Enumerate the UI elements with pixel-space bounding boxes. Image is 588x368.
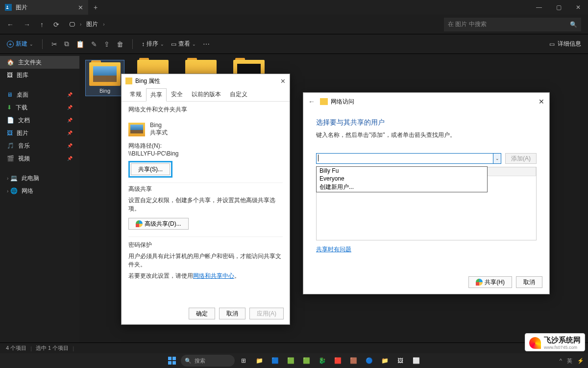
view-button[interactable]: ▭ 查看 ⌄ (171, 40, 196, 48)
system-tray[interactable]: ^ 英 ⚡ (560, 357, 584, 365)
search-icon: 🔍 (570, 21, 577, 28)
paste-icon[interactable]: 📋 (76, 40, 84, 48)
close-button[interactable]: ✕ (568, 0, 588, 15)
forward-icon[interactable]: → (24, 21, 30, 28)
folder-name-label: Bing (150, 122, 168, 129)
network-center-link[interactable]: 网络和共享中心 (193, 272, 234, 279)
troubleshoot-link[interactable]: 共享时有问题 (316, 245, 351, 254)
tab-customize[interactable]: 自定义 (225, 88, 252, 101)
new-button[interactable]: + 新建 ⌄ (7, 40, 33, 48)
watermark-logo-icon (529, 337, 541, 349)
taskbar-search[interactable]: 🔍 搜索 (181, 355, 235, 367)
network-icon: 🌐 (10, 187, 18, 194)
tab-close-icon[interactable]: ✕ (78, 4, 83, 11)
sidebar-item-pictures[interactable]: 🖼 图片 📌 (0, 127, 79, 139)
statusbar: 4 个项目 | 选中 1 个项目 | (0, 342, 588, 353)
tab-general[interactable]: 常规 (125, 88, 146, 101)
dropdown-option[interactable]: 创建新用户... (317, 183, 487, 192)
task-view-icon[interactable]: ⊞ (237, 355, 250, 367)
svg-rect-5 (172, 361, 176, 365)
tab-icon (5, 4, 12, 11)
copy-icon[interactable]: ⧉ (64, 40, 69, 48)
sort-button[interactable]: ↕ 排序 ⌄ (142, 40, 164, 48)
window-tab[interactable]: 图片 ✕ (0, 0, 88, 15)
app-icon[interactable]: 🐉 (315, 355, 329, 367)
tab-previous-versions[interactable]: 以前的版本 (187, 88, 225, 101)
sidebar-item-home[interactable]: 🏠 主文件夹 (0, 56, 79, 69)
pin-icon: 📌 (67, 131, 73, 135)
dropdown-option[interactable]: Billy Fu (317, 167, 487, 175)
maximize-button[interactable]: ▢ (549, 0, 568, 15)
app-icon[interactable]: 🖼 (393, 355, 407, 367)
apply-button[interactable]: 应用(A) (249, 308, 284, 319)
chevron-down-icon[interactable]: ⌄ (493, 154, 501, 163)
breadcrumb-item[interactable]: 图片 (86, 20, 98, 28)
back-icon[interactable]: ← (308, 98, 315, 105)
dialog-footer: 共享(H) 取消 (468, 276, 542, 288)
advanced-share-button[interactable]: 高级共享(D)... (128, 218, 189, 230)
ime-indicator[interactable]: 英 (567, 357, 572, 365)
chevron-up-icon[interactable]: ^ (560, 358, 562, 364)
minimize-button[interactable]: — (529, 0, 549, 15)
explorer-icon[interactable]: 📁 (252, 355, 266, 367)
share-button[interactable]: 共享(S)... (131, 163, 170, 175)
svg-rect-0 (6, 5, 11, 10)
delete-icon[interactable]: 🗑 (117, 40, 123, 48)
folder-icon (320, 98, 328, 105)
app-icon[interactable]: ⬜ (409, 355, 423, 367)
search-box[interactable]: 在 图片 中搜索 🔍 (444, 18, 581, 31)
tab-sharing[interactable]: 共享 (146, 88, 167, 102)
dropdown-option[interactable]: Everyone (317, 175, 487, 183)
sidebar-item-desktop[interactable]: 🖥 桌面 📌 (0, 88, 79, 101)
sidebar-item-gallery[interactable]: 🖼 图库 (0, 69, 79, 81)
close-icon[interactable]: ✕ (280, 78, 286, 85)
back-icon[interactable]: ← (7, 21, 14, 28)
more-icon[interactable]: ⋯ (203, 40, 210, 48)
app-icon[interactable]: 🟩 (299, 355, 313, 367)
app-icon[interactable]: 🟫 (346, 355, 360, 367)
share-button[interactable]: 共享(H) (468, 276, 512, 288)
sidebar-item-network[interactable]: › 🌐 网络 (0, 184, 79, 197)
sidebar-item-downloads[interactable]: ⬇ 下载 📌 (0, 101, 79, 114)
dialog-titlebar[interactable]: Bing 属性 ✕ (122, 74, 290, 88)
up-icon[interactable]: ↑ (40, 21, 44, 28)
svg-rect-3 (172, 357, 176, 360)
cut-icon[interactable]: ✂ (51, 40, 57, 48)
cancel-button[interactable]: 取消 (219, 308, 245, 319)
dialog-titlebar[interactable]: ← 网络访问 ✕ (303, 93, 549, 110)
folder-name: Bing (99, 88, 110, 94)
folder-item-bing[interactable]: Bing (85, 60, 124, 96)
sidebar-item-videos[interactable]: 🎬 视频 📌 (0, 152, 79, 165)
sidebar-item-music[interactable]: 🎵 音乐 📌 (0, 139, 79, 152)
chevron-down-icon: ⌄ (29, 42, 33, 47)
app-icon[interactable]: 📁 (378, 355, 392, 367)
app-icon[interactable]: 🟥 (331, 355, 344, 367)
path-label: 网络路径(N): (128, 142, 283, 150)
rename-icon[interactable]: ✎ (91, 40, 97, 48)
path-value: \\BILLYFU-PC\Bing (128, 150, 283, 157)
app-icon[interactable]: 🟩 (284, 355, 297, 367)
add-button[interactable]: 添加(A) (505, 153, 537, 164)
details-button[interactable]: 详细信息 (558, 40, 581, 48)
new-tab-button[interactable]: + (88, 3, 103, 11)
start-button[interactable] (165, 355, 179, 367)
breadcrumb[interactable]: 🖵 › 图片 › (69, 20, 105, 28)
sidebar-item-label: 此电脑 (22, 174, 39, 183)
network-icon[interactable]: ⚡ (577, 358, 584, 364)
sidebar-item-label: 桌面 (17, 91, 28, 99)
sidebar-item-documents[interactable]: 📄 文档 📌 (0, 114, 79, 127)
share-icon[interactable]: ⇪ (104, 40, 110, 48)
user-combobox[interactable]: ⌄ (316, 153, 501, 164)
app-icon[interactable]: 🟦 (268, 355, 282, 367)
cancel-button[interactable]: 取消 (516, 276, 542, 288)
folder-icon (128, 123, 145, 136)
close-icon[interactable]: ✕ (539, 98, 544, 105)
refresh-icon[interactable]: ⟳ (53, 21, 59, 28)
desktop-icon: 🖥 (7, 91, 13, 98)
dialog-tabs: 常规 共享 安全 以前的版本 自定义 (122, 88, 290, 102)
password-desc-1: 用户必须具有此计算机的用户帐户和密码，才能访问共享文件夹。 (128, 252, 283, 269)
edge-icon[interactable]: 🔵 (362, 355, 376, 367)
tab-security[interactable]: 安全 (167, 88, 187, 101)
ok-button[interactable]: 确定 (189, 308, 215, 319)
sidebar-item-thispc[interactable]: › 💻 此电脑 (0, 172, 79, 184)
